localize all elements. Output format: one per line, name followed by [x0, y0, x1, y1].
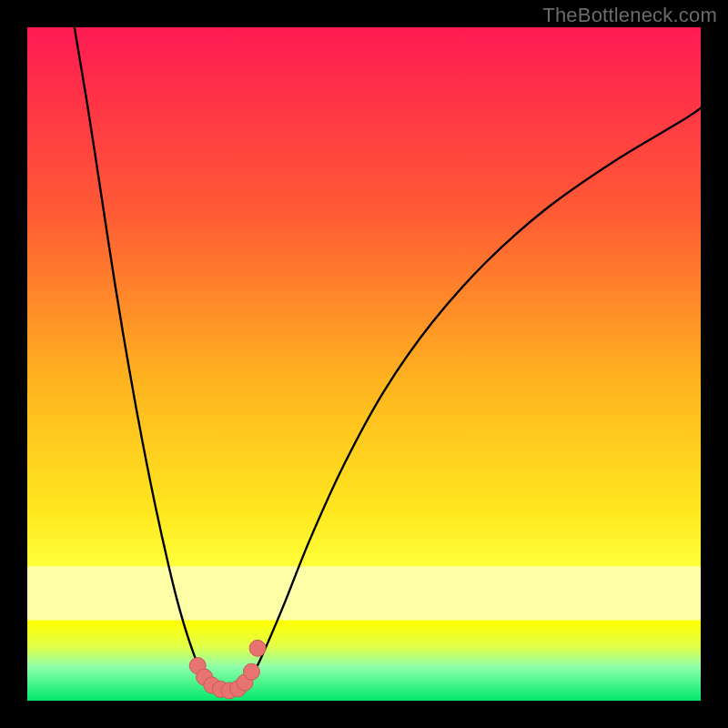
- marker-point: [249, 640, 266, 656]
- marker-point: [243, 663, 259, 680]
- plot-area: [27, 27, 701, 701]
- bottleneck-path: [75, 27, 701, 691]
- bottleneck-curve: [75, 27, 701, 691]
- outer-frame: TheBottleneck.com: [0, 0, 728, 728]
- highlight-markers: [189, 640, 266, 699]
- watermark-text: TheBottleneck.com: [542, 4, 717, 27]
- chart-svg: [27, 27, 701, 701]
